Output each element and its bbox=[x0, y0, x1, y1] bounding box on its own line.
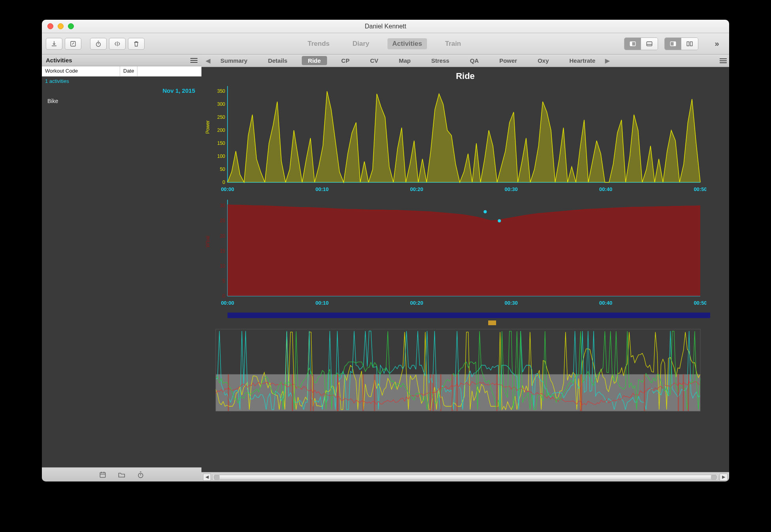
split-icon bbox=[114, 40, 121, 47]
body: Activities Workout Code Date 1 activitie… bbox=[42, 54, 729, 481]
list-item[interactable]: Bike bbox=[42, 96, 201, 107]
tab-summary[interactable]: Summary bbox=[214, 56, 254, 65]
nav-tabs: Trends Diary Activities Train bbox=[147, 38, 622, 49]
window-title: Daniel Kennett bbox=[42, 23, 729, 30]
activity-count: 1 activities bbox=[42, 77, 201, 86]
tab-heartrate[interactable]: Heartrate bbox=[563, 56, 602, 65]
nav-diary[interactable]: Diary bbox=[348, 38, 374, 49]
svg-text:15: 15 bbox=[220, 248, 226, 254]
power-chart[interactable]: Power05010015020025030035000:0000:1000:2… bbox=[209, 84, 722, 194]
stopwatch-button[interactable] bbox=[90, 38, 107, 50]
svg-text:00:20: 00:20 bbox=[410, 186, 423, 192]
scroll-track[interactable] bbox=[212, 474, 718, 480]
left-panel-toggle[interactable] bbox=[624, 38, 641, 50]
svg-text:00:00: 00:00 bbox=[221, 186, 234, 192]
main-panel: ◀ Summary Details Ride CP CV Map Stress … bbox=[201, 54, 729, 481]
titlebar: Daniel Kennett bbox=[42, 20, 729, 33]
svg-text:100: 100 bbox=[217, 154, 225, 159]
scroll-right[interactable]: ▶ bbox=[720, 474, 728, 481]
svg-text:00:00: 00:00 bbox=[221, 300, 234, 306]
nav-train[interactable]: Train bbox=[440, 38, 466, 49]
bottom-panel-toggle[interactable] bbox=[641, 38, 658, 50]
nav-trends[interactable]: Trends bbox=[303, 38, 335, 49]
panel-toggle-group-2 bbox=[664, 37, 698, 50]
panel-toggle-group-1 bbox=[624, 37, 658, 50]
charts-area: Ride Power05010015020025030035000:0000:1… bbox=[201, 67, 729, 472]
compare-toggle[interactable] bbox=[681, 38, 698, 50]
sidebar-footer bbox=[42, 467, 201, 481]
subtab-menu-button[interactable] bbox=[720, 57, 727, 64]
svg-text:5: 5 bbox=[222, 278, 225, 284]
wbal-chart[interactable]: W'bal05101520253000:0000:1000:2000:3000:… bbox=[209, 197, 722, 308]
activity-group-date: Nov 1, 2015 bbox=[42, 86, 201, 96]
svg-text:00:10: 00:10 bbox=[316, 186, 329, 192]
tab-map[interactable]: Map bbox=[393, 56, 417, 65]
subtab-prev[interactable]: ◀ bbox=[204, 56, 212, 65]
scroll-thumb[interactable] bbox=[214, 475, 717, 480]
svg-text:00:40: 00:40 bbox=[599, 186, 612, 192]
tab-stress[interactable]: Stress bbox=[425, 56, 456, 65]
compose-button[interactable] bbox=[65, 38, 81, 50]
svg-text:250: 250 bbox=[217, 114, 225, 120]
svg-text:00:30: 00:30 bbox=[505, 186, 518, 192]
svg-point-47 bbox=[498, 219, 501, 222]
subtab-next[interactable]: ▶ bbox=[603, 56, 612, 65]
scroll-left[interactable]: ◀ bbox=[203, 474, 211, 481]
nav-activities[interactable]: Activities bbox=[387, 38, 427, 49]
tab-oxy[interactable]: Oxy bbox=[531, 56, 555, 65]
overflow-button[interactable]: » bbox=[709, 38, 725, 50]
svg-text:0: 0 bbox=[222, 180, 225, 185]
stopwatch-small-icon[interactable] bbox=[137, 471, 145, 479]
right-panel-toggle[interactable] bbox=[665, 38, 681, 50]
scrub-marker-track bbox=[228, 320, 710, 326]
subtabs: ◀ Summary Details Ride CP CV Map Stress … bbox=[201, 54, 729, 67]
right-panel-icon bbox=[669, 40, 677, 47]
svg-text:00:30: 00:30 bbox=[505, 300, 518, 306]
svg-rect-8 bbox=[687, 41, 689, 46]
left-panel-icon bbox=[629, 40, 636, 47]
svg-text:30: 30 bbox=[220, 203, 226, 208]
download-icon bbox=[51, 40, 58, 47]
svg-rect-3 bbox=[630, 41, 632, 46]
svg-text:00:50: 00:50 bbox=[694, 186, 706, 192]
svg-rect-7 bbox=[673, 41, 675, 46]
svg-text:300: 300 bbox=[217, 101, 225, 107]
sidebar-menu-button[interactable] bbox=[190, 57, 197, 64]
tab-cp[interactable]: CP bbox=[335, 56, 356, 65]
svg-rect-4 bbox=[647, 41, 652, 46]
list-header: Workout Code Date bbox=[42, 66, 201, 77]
tab-cv[interactable]: CV bbox=[364, 56, 385, 65]
svg-text:50: 50 bbox=[220, 167, 226, 172]
app-window: Daniel Kennett Trends Diary Activities T… bbox=[42, 20, 729, 481]
svg-text:10: 10 bbox=[220, 263, 226, 269]
svg-text:20: 20 bbox=[220, 233, 226, 239]
scrub-marker[interactable] bbox=[488, 320, 496, 325]
overview-chart[interactable] bbox=[209, 327, 722, 414]
col-workout-code[interactable]: Workout Code bbox=[42, 66, 120, 76]
svg-rect-10 bbox=[100, 472, 105, 478]
tab-details[interactable]: Details bbox=[261, 56, 293, 65]
activity-list: 1 activities Nov 1, 2015 Bike bbox=[42, 77, 201, 467]
svg-text:25: 25 bbox=[220, 218, 226, 223]
calendar-icon[interactable] bbox=[99, 471, 107, 479]
range-selector-bar[interactable] bbox=[228, 313, 710, 318]
col-date[interactable]: Date bbox=[120, 66, 137, 76]
toolbar: Trends Diary Activities Train bbox=[42, 33, 729, 54]
chart-title: Ride bbox=[209, 71, 722, 81]
tab-power[interactable]: Power bbox=[493, 56, 523, 65]
toolbar-right: » bbox=[624, 37, 725, 50]
download-button[interactable] bbox=[46, 38, 62, 50]
horizontal-scrollbar: ◀ ▶ bbox=[201, 472, 729, 481]
chevron-double-right-icon: » bbox=[715, 39, 719, 48]
svg-text:350: 350 bbox=[217, 88, 225, 94]
compose-icon bbox=[70, 40, 77, 47]
stopwatch-icon bbox=[95, 40, 102, 47]
sidebar-title: Activities bbox=[46, 57, 72, 64]
split-button[interactable] bbox=[109, 38, 126, 50]
delete-button[interactable] bbox=[128, 38, 145, 50]
svg-text:00:20: 00:20 bbox=[410, 300, 423, 306]
svg-text:00:10: 00:10 bbox=[316, 300, 329, 306]
tab-ride[interactable]: Ride bbox=[302, 56, 327, 65]
folder-icon[interactable] bbox=[118, 471, 126, 479]
tab-qa[interactable]: QA bbox=[464, 56, 485, 65]
